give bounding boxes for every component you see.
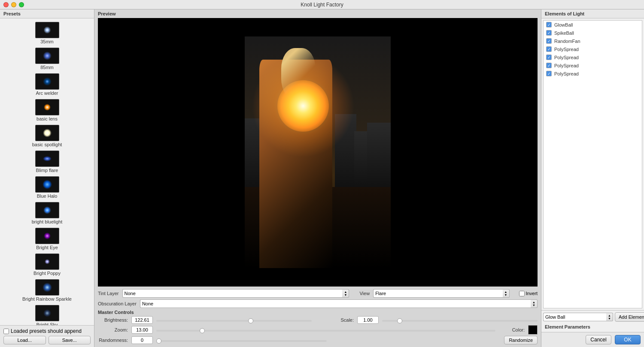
preset-item-85mm[interactable]: 85mm (0, 46, 94, 72)
preset-thumbnail-basic-lens (35, 99, 59, 115)
cancel-button[interactable]: Cancel (586, 335, 611, 344)
elements-footer: ▲ ▼ Add Element Element Parameters (541, 310, 644, 332)
brightness-value[interactable] (131, 316, 153, 324)
element-label-polyspread-4: PolySpread (554, 71, 579, 76)
preset-label-blue-halo: Blue Halo (37, 193, 58, 199)
preset-thumbnail-bright-rainbow (35, 279, 59, 296)
randomness-row: Randomness: Randomize (98, 336, 538, 344)
element-item-polyspread-2[interactable]: ✓ PolySpread (544, 53, 642, 61)
preset-item-basic-lens[interactable]: basic lens (0, 97, 94, 123)
maximize-button[interactable] (19, 2, 24, 7)
elements-header: Elements of Light (541, 9, 644, 18)
zoom-slider[interactable] (156, 330, 495, 332)
tint-layer-input[interactable] (122, 289, 343, 298)
thumb-blue (43, 180, 52, 189)
append-checkbox[interactable] (3, 329, 9, 334)
add-element-button[interactable]: Add Element (615, 312, 644, 322)
element-item-polyspread-1[interactable]: ✓ PolySpread (544, 45, 642, 53)
presets-header: Presets (0, 9, 94, 18)
preset-item-35mm[interactable]: 35mm (0, 20, 94, 46)
load-button[interactable]: Load... (3, 336, 46, 344)
minimize-button[interactable] (11, 2, 16, 7)
preset-item-bright-eye[interactable]: Bright Eye (0, 226, 94, 252)
element-check-spikeball[interactable]: ✓ (546, 30, 552, 36)
element-label-spikeball: SpikeBall (554, 30, 574, 36)
tint-view-row: Tint Layer ▲ ▼ View ▲ ▼ (98, 289, 538, 298)
preset-label-35mm: 35mm (40, 39, 54, 44)
preset-item-arc-welder[interactable]: Arc welder (0, 72, 94, 97)
controls-area: Tint Layer ▲ ▼ View ▲ ▼ (94, 287, 541, 347)
randomness-slider-track (156, 337, 327, 343)
tint-layer-select-box: ▲ ▼ (122, 289, 349, 298)
close-button[interactable] (3, 2, 9, 7)
preset-label-arc-welder: Arc welder (36, 91, 58, 96)
element-check-randomfan[interactable]: ✓ (546, 38, 552, 44)
preset-item-bright-sky[interactable]: Bright Sky (0, 303, 94, 325)
ok-button[interactable]: OK (615, 335, 641, 344)
thumb-bluelight (43, 206, 51, 214)
invert-check[interactable]: Invert (519, 291, 538, 296)
randomness-slider[interactable] (156, 340, 327, 342)
scale-value[interactable] (357, 316, 379, 324)
obscuration-select-box: ▲ ▼ (140, 299, 538, 308)
main-content: Presets 35mm 85mm Arc welder (0, 9, 644, 347)
obscuration-stepper[interactable]: ▲ ▼ (531, 299, 538, 308)
element-check-polyspread-3[interactable]: ✓ (546, 63, 552, 68)
preset-item-blue-halo[interactable]: Blue Halo (0, 175, 94, 200)
element-item-glowball[interactable]: ✓ GlowBall (544, 21, 642, 29)
preset-label-bright-bluelight: bright bluelight (32, 219, 63, 224)
preview-panel: Preview (94, 9, 541, 347)
preview-image (245, 36, 391, 268)
window-controls[interactable] (3, 2, 24, 7)
preset-thumbnail-bright-eye (35, 228, 59, 244)
tint-layer-stepper[interactable]: ▲ ▼ (342, 289, 349, 298)
obscuration-label: Obscuration Layer (98, 301, 137, 306)
view-input[interactable] (373, 289, 502, 298)
preset-label-bright-rainbow: Bright Rainbow Sparkle (22, 296, 72, 302)
zoom-value[interactable] (131, 326, 153, 334)
element-check-polyspread-2[interactable]: ✓ (546, 54, 552, 60)
element-type-stepper[interactable]: ▲ ▼ (606, 313, 613, 321)
invert-label: Invert (526, 291, 538, 296)
preset-item-blimp-flare[interactable]: Blimp flare (0, 149, 94, 175)
color-label: Color: (507, 327, 525, 332)
element-check-polyspread-1[interactable]: ✓ (546, 46, 552, 52)
scale-slider[interactable] (382, 320, 538, 322)
save-button[interactable]: Save... (49, 336, 91, 344)
presets-list: 35mm 85mm Arc welder basic (0, 18, 94, 325)
preset-thumbnail-bright-poppy (35, 253, 59, 270)
element-item-polyspread-4[interactable]: ✓ PolySpread (544, 69, 642, 78)
obscuration-row: Obscuration Layer ▲ ▼ (98, 299, 538, 308)
view-stepper[interactable]: ▲ ▼ (503, 289, 510, 298)
invert-checkbox[interactable] (519, 291, 525, 296)
brightness-scale-row: Brightness: Scale: (98, 316, 538, 324)
element-type-input[interactable] (543, 313, 606, 321)
preset-label-blimp-flare: Blimp flare (36, 168, 58, 173)
hair-highlight (281, 48, 316, 100)
preset-item-bright-bluelight[interactable]: bright bluelight (0, 200, 94, 226)
thumb-sky (43, 309, 51, 317)
element-check-polyspread-4[interactable]: ✓ (546, 71, 552, 76)
zoom-label: Zoom: (98, 327, 128, 332)
preset-item-basic-spotlight[interactable]: basic spotlight (0, 123, 94, 149)
randomize-button[interactable]: Randomize (504, 336, 538, 344)
preset-thumbnail-arc-welder (35, 73, 59, 90)
element-item-polyspread-3[interactable]: ✓ PolySpread (544, 61, 642, 69)
brightness-slider[interactable] (156, 320, 312, 322)
randomness-value[interactable] (131, 336, 153, 344)
element-item-randomfan[interactable]: ✓ RandomFan (544, 37, 642, 45)
element-check-glowball[interactable]: ✓ (546, 22, 552, 27)
tint-layer-label: Tint Layer (98, 291, 119, 296)
preset-thumbnail-blimp-flare (35, 151, 59, 167)
thumb-orange (44, 104, 51, 111)
preset-label-bright-eye: Bright Eye (36, 245, 58, 250)
preset-label-bright-sky: Bright Sky (36, 322, 58, 325)
thumb-arc (43, 77, 52, 86)
preset-item-bright-rainbow[interactable]: Bright Rainbow Sparkle (0, 278, 94, 303)
obscuration-input[interactable] (140, 299, 531, 308)
element-item-spikeball[interactable]: ✓ SpikeBall (544, 29, 642, 37)
preview-header: Preview (94, 9, 541, 18)
color-swatch[interactable] (528, 325, 538, 335)
element-params-label: Element Parameters (543, 323, 642, 330)
preset-item-bright-poppy[interactable]: Bright Poppy (0, 252, 94, 278)
